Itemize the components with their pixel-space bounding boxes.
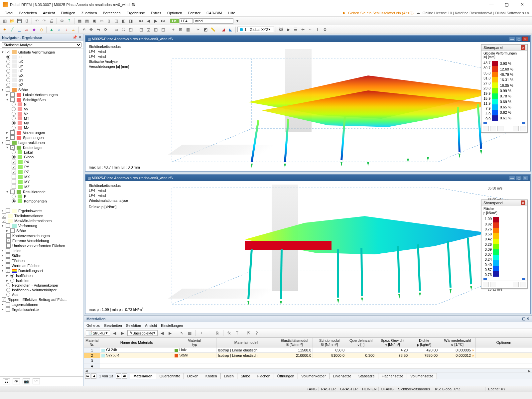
mat-sel-struktur[interactable]: 📑 Struktur ▾ bbox=[86, 330, 110, 336]
node-icon[interactable]: ✦ bbox=[1, 26, 8, 33]
mat-txt-icon[interactable]: T bbox=[234, 330, 240, 336]
menu-ansicht[interactable]: Ansicht bbox=[40, 10, 58, 16]
nav-close-icon[interactable]: ✕ bbox=[78, 35, 81, 40]
navigator-tree[interactable]: ▾Globale Verformungen |u| uX uY uZ φX φY… bbox=[0, 49, 83, 376]
status-graster[interactable]: GRASTER bbox=[338, 387, 360, 391]
persp-icon[interactable]: ◲ bbox=[145, 26, 152, 33]
menu-datei[interactable]: Datei bbox=[2, 10, 16, 16]
mat-filter-icon[interactable]: ▦ bbox=[187, 330, 193, 336]
panel1-close-icon[interactable]: ✕ bbox=[521, 45, 525, 50]
lineload-icon[interactable]: ⫠ bbox=[70, 26, 77, 33]
panel2-btn4[interactable] bbox=[520, 282, 526, 287]
mirror-icon[interactable]: ⇋ bbox=[95, 26, 102, 33]
grid-icon[interactable]: ▦ bbox=[76, 18, 83, 24]
iso-icon[interactable]: ◳ bbox=[138, 26, 144, 33]
save-icon[interactable]: 💾 bbox=[16, 18, 23, 24]
status-hlinien[interactable]: HLINIEN bbox=[360, 387, 379, 391]
panel1-btn5[interactable] bbox=[520, 126, 526, 131]
tab-last-icon[interactable]: ⏭ bbox=[122, 373, 127, 379]
tab-first-icon[interactable]: ⏮ bbox=[85, 373, 90, 379]
nav-prev-icon[interactable]: ◀ bbox=[145, 18, 152, 24]
matmenu-bearbeiten[interactable]: Bearbeiten bbox=[104, 324, 122, 328]
rotate-icon[interactable]: ⟳ bbox=[102, 26, 109, 33]
status-raster[interactable]: RASTER bbox=[319, 387, 338, 391]
axes-icon[interactable]: ✛ bbox=[300, 26, 306, 33]
tab-liniensaetze[interactable]: Liniensätze bbox=[329, 373, 355, 379]
tab-oeffnungen[interactable]: Öffnungen bbox=[274, 373, 298, 379]
txt-icon[interactable]: T bbox=[314, 26, 321, 33]
help-icon[interactable]: ? bbox=[66, 18, 72, 24]
view2-close-button[interactable]: ✕ bbox=[522, 176, 528, 180]
menu-bearbeiten[interactable]: Bearbeiten bbox=[17, 10, 40, 16]
new-icon[interactable]: ▥ bbox=[1, 18, 8, 24]
view2-3d-viewport[interactable]: SichtbarkeitsmodusLF4 - windLF4 - windWi… bbox=[85, 181, 530, 314]
tab-stabsaetze[interactable]: Stabsätze bbox=[355, 373, 378, 379]
view-icon[interactable]: ▭ bbox=[98, 18, 105, 24]
meas-icon[interactable]: 📏 bbox=[209, 26, 216, 33]
menu-berechnen[interactable]: Berechnen bbox=[100, 10, 123, 16]
panel2-close-icon[interactable]: ✕ bbox=[521, 200, 525, 205]
mat-export-icon[interactable]: ⇱ bbox=[245, 330, 252, 336]
ortho-icon[interactable]: ⊞ bbox=[177, 26, 184, 33]
img-icon[interactable]: 🖼 bbox=[278, 26, 284, 33]
maximize-button[interactable]: ▢ bbox=[499, 1, 514, 8]
view5-icon[interactable]: ◨ bbox=[127, 18, 134, 24]
nav-foot-tree-icon[interactable]: ☶ bbox=[3, 378, 10, 384]
results-icon[interactable]: ◢ bbox=[220, 26, 226, 33]
mat-help2-icon[interactable]: ? bbox=[253, 330, 260, 336]
tab-knoten[interactable]: Knoten bbox=[202, 373, 221, 379]
tab-flachen[interactable]: Flächen bbox=[254, 373, 274, 379]
menu-fenster[interactable]: Fenster bbox=[186, 10, 203, 16]
coord-system-select[interactable]: 1 - Global XYZ ▾ bbox=[237, 27, 274, 32]
mat-sel-basis[interactable]: ✎ Basisobjekte ▾ bbox=[127, 330, 158, 336]
mat-add-icon[interactable]: ＋ bbox=[198, 330, 205, 336]
member-icon[interactable]: ⎯ bbox=[16, 26, 23, 33]
anim-icon[interactable]: ▶ bbox=[285, 26, 292, 33]
matmenu-ansicht[interactable]: Ansicht bbox=[145, 324, 157, 328]
mat-next2-icon[interactable]: ▶ bbox=[167, 330, 174, 336]
table-icon[interactable]: ▣ bbox=[91, 18, 97, 24]
solid-icon[interactable]: ◆ bbox=[31, 26, 37, 33]
open-icon[interactable]: 📂 bbox=[9, 18, 15, 24]
tab-stabe[interactable]: Stäbe bbox=[237, 373, 254, 379]
calc-icon[interactable]: ⚙ bbox=[59, 18, 65, 24]
diagram-icon[interactable]: ◣ bbox=[227, 26, 234, 33]
nav-foot-eye-icon[interactable]: 👁 bbox=[13, 378, 20, 384]
tab-volumen[interactable]: Volumenkörper bbox=[298, 373, 330, 379]
menu-zuordnen[interactable]: Zuordnen bbox=[78, 10, 99, 16]
mat-copy-icon[interactable]: ⎘ bbox=[214, 330, 221, 336]
undo-icon[interactable]: ↶ bbox=[34, 18, 40, 24]
mat-prev2-icon[interactable]: ◀ bbox=[159, 330, 166, 336]
menu-cad-bim[interactable]: CAD-BIM bbox=[204, 10, 224, 16]
panel2-btn1[interactable] bbox=[483, 282, 489, 287]
opening-icon[interactable]: ◇ bbox=[38, 26, 45, 33]
grid2-icon[interactable]: ▤ bbox=[83, 18, 90, 24]
line-icon[interactable]: ╱ bbox=[9, 26, 15, 33]
move-icon[interactable]: ✥ bbox=[88, 26, 94, 33]
matmenu-selektion[interactable]: Selektion bbox=[126, 324, 141, 328]
keyword-search-hint[interactable]: Geben Sie ein Schlüsselwort ein (Alt+Q) bbox=[348, 11, 414, 15]
shade-icon[interactable]: ◰ bbox=[160, 26, 166, 33]
mat-cursor-icon[interactable]: ↖ bbox=[179, 330, 185, 336]
view1-3d-viewport[interactable]: SichtbarkeitsmodusLF4 - windLF4 - windSt… bbox=[85, 42, 530, 171]
tab-volumensaetze[interactable]: Volumensätze bbox=[407, 373, 437, 379]
view3-icon[interactable]: ◫ bbox=[113, 18, 119, 24]
section-icon[interactable]: ✂ bbox=[195, 26, 201, 33]
menu-extras[interactable]: Extras bbox=[148, 10, 164, 16]
mat-next-icon[interactable]: ▶ bbox=[119, 330, 126, 336]
clip-icon[interactable]: ◩ bbox=[202, 26, 209, 33]
tab-querschnitte[interactable]: Querschnitte bbox=[156, 373, 184, 379]
view2-icon[interactable]: ▯ bbox=[105, 18, 112, 24]
menu-hilfe[interactable]: Hilfe bbox=[225, 10, 238, 16]
nav-foot-chart-icon[interactable]: 〰 bbox=[33, 378, 40, 384]
loadcase-code[interactable]: LF4 bbox=[180, 18, 193, 24]
view1-min-button[interactable]: — bbox=[509, 37, 515, 41]
panel2-btn2[interactable] bbox=[490, 282, 496, 287]
support-icon[interactable]: ▲ bbox=[48, 26, 55, 33]
panel1-btn4[interactable] bbox=[513, 126, 519, 131]
mat-close-icon[interactable]: ✕ bbox=[526, 317, 529, 321]
tab-linien[interactable]: Linien bbox=[220, 373, 237, 379]
navigator-analysis-select[interactable]: Statische Analyse bbox=[0, 41, 83, 49]
nav-next-icon[interactable]: ▶ bbox=[152, 18, 159, 24]
close-button[interactable]: ✕ bbox=[515, 1, 529, 8]
